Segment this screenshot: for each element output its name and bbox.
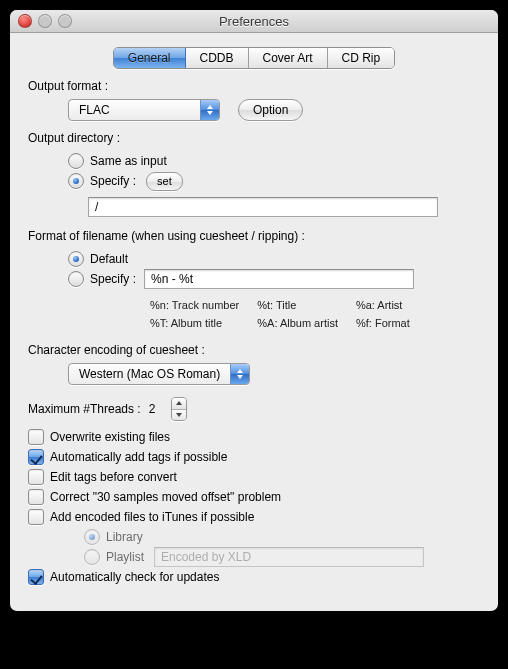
- checkbox-icon: [28, 509, 44, 525]
- encoding-value: Western (Mac OS Roman): [69, 367, 230, 381]
- hint: %t: Title: [257, 297, 354, 313]
- output-dir-value: /: [95, 200, 98, 214]
- option-button[interactable]: Option: [238, 99, 303, 121]
- filename-hints: %n: Track number %t: Title %a: Artist %T…: [148, 295, 428, 333]
- checkbox-icon: [28, 489, 44, 505]
- radio-same-as-input[interactable]: Same as input: [68, 151, 480, 171]
- content: General CDDB Cover Art CD Rip Output for…: [10, 33, 498, 611]
- hint: %a: Artist: [356, 297, 426, 313]
- tab-segment: General CDDB Cover Art CD Rip: [113, 47, 395, 69]
- threads-stepper[interactable]: [171, 397, 187, 421]
- checkbox-icon: [28, 449, 44, 465]
- playlist-placeholder: Encoded by XLD: [161, 550, 251, 564]
- playlist-name-field: Encoded by XLD: [154, 547, 424, 567]
- check-overwrite[interactable]: Overwrite existing files: [28, 427, 480, 447]
- radio-label: Specify :: [90, 174, 136, 188]
- check-label: Edit tags before convert: [50, 470, 177, 484]
- zoom-icon[interactable]: [58, 14, 72, 28]
- radio-icon: [84, 549, 100, 565]
- radio-label: Same as input: [90, 154, 167, 168]
- encoding-popup[interactable]: Western (Mac OS Roman): [68, 363, 250, 385]
- check-autotag[interactable]: Automatically add tags if possible: [28, 447, 480, 467]
- check-itunes[interactable]: Add encoded files to iTunes if possible: [28, 507, 480, 527]
- filename-pattern-field[interactable]: %n - %t: [144, 269, 414, 289]
- radio-icon: [68, 173, 84, 189]
- output-dir-label: Output directory :: [28, 131, 480, 145]
- window-title: Preferences: [219, 14, 289, 29]
- tab-cddb[interactable]: CDDB: [186, 48, 249, 68]
- set-button[interactable]: set: [146, 172, 183, 191]
- output-format-popup[interactable]: FLAC: [68, 99, 220, 121]
- radio-label: Playlist: [106, 550, 144, 564]
- stepper-up-icon[interactable]: [172, 398, 186, 410]
- check-updates[interactable]: Automatically check for updates: [28, 567, 480, 587]
- radio-filename-specify[interactable]: Specify : %n - %t: [68, 269, 480, 289]
- checkbox-icon: [28, 429, 44, 445]
- tab-general[interactable]: General: [114, 48, 186, 68]
- radio-label: Default: [90, 252, 128, 266]
- tab-bar: General CDDB Cover Art CD Rip: [28, 47, 480, 69]
- filename-pattern-value: %n - %t: [151, 272, 193, 286]
- popup-arrows-icon: [230, 364, 249, 384]
- check-label: Add encoded files to iTunes if possible: [50, 510, 254, 524]
- radio-icon: [68, 153, 84, 169]
- radio-icon: [84, 529, 100, 545]
- stepper-down-icon[interactable]: [172, 410, 186, 421]
- checkbox-icon: [28, 469, 44, 485]
- check-offset[interactable]: Correct "30 samples moved offset" proble…: [28, 487, 480, 507]
- hint: %A: Album artist: [257, 315, 354, 331]
- close-icon[interactable]: [18, 14, 32, 28]
- radio-itunes-library: Library: [84, 527, 480, 547]
- output-format-value: FLAC: [69, 103, 200, 117]
- hint: %f: Format: [356, 315, 426, 331]
- check-label: Automatically add tags if possible: [50, 450, 227, 464]
- radio-icon: [68, 271, 84, 287]
- hint: %T: Album title: [150, 315, 255, 331]
- tab-cd-rip[interactable]: CD Rip: [328, 48, 395, 68]
- output-format-label: Output format :: [28, 79, 480, 93]
- minimize-icon[interactable]: [38, 14, 52, 28]
- preferences-window: Preferences General CDDB Cover Art CD Ri…: [10, 10, 498, 611]
- radio-icon: [68, 251, 84, 267]
- check-label: Automatically check for updates: [50, 570, 219, 584]
- radio-label: Specify :: [90, 272, 136, 286]
- check-label: Overwrite existing files: [50, 430, 170, 444]
- popup-arrows-icon: [200, 100, 219, 120]
- output-dir-field[interactable]: /: [88, 197, 438, 217]
- encoding-label: Character encoding of cuesheet :: [28, 343, 480, 357]
- threads-label: Maximum #Threads :: [28, 402, 141, 416]
- window-controls: [18, 14, 72, 28]
- hint: %n: Track number: [150, 297, 255, 313]
- radio-label: Library: [106, 530, 143, 544]
- radio-itunes-playlist: Playlist Encoded by XLD: [84, 547, 480, 567]
- threads-value: 2: [149, 402, 163, 416]
- check-edit-tags[interactable]: Edit tags before convert: [28, 467, 480, 487]
- titlebar[interactable]: Preferences: [10, 10, 498, 33]
- radio-filename-default[interactable]: Default: [68, 249, 480, 269]
- filename-format-label: Format of filename (when using cuesheet …: [28, 229, 480, 243]
- radio-specify-dir[interactable]: Specify : set: [68, 171, 480, 191]
- checkbox-icon: [28, 569, 44, 585]
- check-label: Correct "30 samples moved offset" proble…: [50, 490, 281, 504]
- tab-cover-art[interactable]: Cover Art: [249, 48, 328, 68]
